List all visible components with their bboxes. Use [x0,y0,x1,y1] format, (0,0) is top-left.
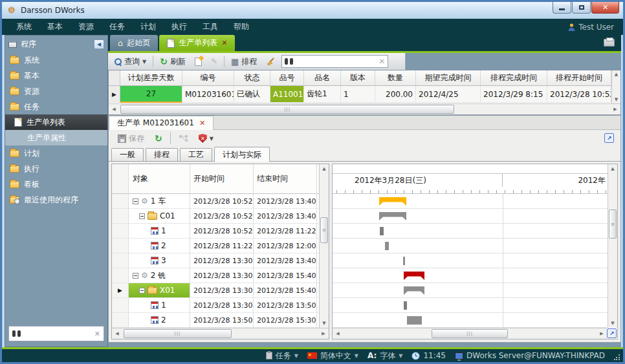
col-end-time[interactable]: 结束时间 [254,164,317,193]
doc-tab-production-order[interactable]: 生产单 M012031601 ✕ [109,116,214,130]
gantt-vertical-scrollbar[interactable]: ▲ ≡ ▼ [608,164,617,328]
grid-horizontal-scrollbar[interactable]: ◀ ||| ▶ [109,103,620,114]
tree-row-resource-x01-selected[interactable]: ▶ X01 2012/3/28 13:30 2012/3/28 15:40 [112,283,319,298]
sidebar-search-input[interactable] [24,330,91,337]
clear-search-icon[interactable]: ✕ [94,330,100,338]
current-user[interactable]: Test User [568,23,614,32]
scroll-right-icon[interactable]: ▶ [597,331,607,336]
gantt-bar-0[interactable] [379,197,406,206]
scroll-left-icon[interactable]: ◀ [333,331,343,336]
sidebar-item-task[interactable]: 任务 [5,99,107,114]
schedule-button[interactable]: ▦ 排程 [228,55,259,69]
edit-button[interactable]: ✎ [208,56,220,67]
tab-production-order-list[interactable]: 生产单列表 ✕ [159,35,235,51]
menu-tools[interactable]: 工具 [203,21,218,32]
menu-help[interactable]: 帮助 [234,21,249,32]
col-item-no[interactable]: 品号 [270,70,304,85]
gantt-bar-2[interactable] [380,227,384,235]
col-object[interactable]: 对象 [129,164,190,193]
query-dropdown-icon[interactable]: ▼ [142,59,146,65]
sidebar-item-production-order-list[interactable]: 生产单列表 [5,114,107,130]
gantt-bar-6[interactable] [404,286,424,295]
gantt-bar-5[interactable] [404,272,424,280]
toolbar-search-input[interactable] [296,58,376,65]
gantt-bar-8[interactable] [407,316,422,325]
scroll-up-icon[interactable]: ▲ [320,164,329,173]
tree-expand-toggle[interactable] [139,288,145,294]
scroll-left-icon[interactable]: ◀ [112,331,122,336]
sidebar-item-plan[interactable]: 计划 [5,145,107,161]
col-sched-start[interactable]: 排程开始时间 [547,70,611,85]
scroll-right-icon[interactable]: ▶ [318,331,329,336]
tree-row-task-x2[interactable]: 2 2012/3/28 13:50 2012/3/28 15:30 [112,313,319,328]
col-sched-finish[interactable]: 排程完成时间 [481,70,547,85]
menu-task[interactable]: 任务 [109,21,125,32]
tab-start-page[interactable]: ⌂ 起始页 [110,35,158,51]
sidebar-item-recent-programs[interactable]: 最近使用的程序 [5,192,107,208]
new-button[interactable] [192,56,204,67]
tree-row-machine-1[interactable]: ⚙1 车 2012/3/28 10:52 2012/3/28 13:40 [112,194,319,209]
menu-execute[interactable]: 执行 [171,21,187,32]
tree-row-machine-2[interactable]: ⚙2 铣 2012/3/28 13:30 2012/3/28 15:40 [112,268,319,283]
gantt-bar-3[interactable] [385,242,389,250]
tree-vertical-scrollbar[interactable]: ▲ ≡ ▼ [319,164,329,328]
grid-data-row[interactable]: ▶ 27 M012031601 已确认 A11001 齿轮1 1 200.00 … [109,86,611,103]
close-doc-icon[interactable]: ✕ [199,119,205,127]
tree-expand-toggle[interactable] [133,198,138,204]
restore-button[interactable] [572,2,591,14]
clean-button[interactable] [263,56,278,67]
tree-expand-toggle[interactable] [133,273,138,279]
menu-basic[interactable]: 基本 [47,21,63,32]
status-language-menu[interactable]: ★ 简体中文 ▼ [307,350,358,361]
col-plan-diff-days[interactable]: 计划差异天数 [120,70,182,85]
sidebar-item-board[interactable]: 看板 [5,177,107,192]
col-item-name[interactable]: 品名 [304,70,341,85]
scroll-left-icon[interactable]: ◀ [109,107,119,112]
close-tab-icon[interactable]: ✕ [221,39,227,47]
tab-general[interactable]: 一般 [111,148,144,161]
status-task-menu[interactable]: 任务 ▼ [266,350,298,361]
col-code[interactable]: 编号 [182,70,234,85]
shield-dropdown-icon[interactable]: ▼ [210,136,214,142]
tab-scheduling[interactable]: 排程 [146,148,178,161]
sidebar-item-basic[interactable]: 基本 [5,68,107,83]
sidebar-collapse-button[interactable]: ◀ [94,39,104,49]
menu-plan[interactable]: 计划 [140,21,156,32]
scroll-down-icon[interactable]: ▼ [608,319,617,328]
routing-button[interactable] [176,133,191,144]
menu-resource[interactable]: 资源 [78,21,94,32]
col-qty[interactable]: 数量 [375,70,416,85]
gantt-bar-1[interactable] [379,212,406,220]
tree-row-resource-c01[interactable]: C01 2012/3/28 10:52 2012/3/28 13:40 [112,209,319,224]
save-button[interactable]: 保存 [115,132,147,145]
minimize-button[interactable] [553,2,571,14]
menu-system[interactable]: 系统 [16,21,32,32]
tab-process[interactable]: 工艺 [180,148,212,161]
sidebar-item-execute[interactable]: 执行 [5,161,107,177]
gantt-bar-4[interactable] [403,257,405,265]
tree-row-task-2[interactable]: 2 2012/3/28 11:22 2012/3/28 12:00 [112,239,319,253]
gantt-bar-7[interactable] [404,301,407,310]
cancel-confirm-button[interactable]: ✕ ▼ [196,133,216,144]
tree-horizontal-scrollbar[interactable]: ◀ ||| ▶ [112,328,329,339]
query-button[interactable]: 查询 ▼ [112,55,149,69]
doc-refresh-button[interactable]: ↻ [152,133,165,144]
tree-row-task-3[interactable]: 3 2012/3/28 13:30 2012/3/28 13:40 [112,253,319,268]
open-in-window-icon[interactable]: ↗ [604,133,614,143]
scroll-right-icon[interactable]: ▶ [610,107,620,112]
col-expect-finish[interactable]: 期望完成时间 [416,70,481,85]
sidebar-item-resource[interactable]: 资源 [5,83,107,99]
clear-search-icon[interactable]: ✕ [378,57,385,66]
col-status[interactable]: 状态 [234,70,270,85]
resize-grip[interactable] [614,354,620,360]
gantt-horizontal-scrollbar[interactable]: ◀ ||| ▶ [333,328,607,339]
grid-vertical-scrollbar[interactable]: ▲▼ [611,70,620,103]
scroll-down-icon[interactable]: ▼ [320,319,329,328]
close-button[interactable]: ✕ [591,2,619,14]
tree-expand-toggle[interactable] [139,213,145,219]
sidebar-item-system[interactable]: 系统 [5,52,107,68]
tree-row-task-x1[interactable]: 1 2012/3/28 13:30 2012/3/28 13:50 [112,298,319,313]
refresh-button[interactable]: ↻ 刷新 [157,55,188,69]
tab-plan-vs-actual[interactable]: 计划与实际 [214,147,270,162]
col-start-time[interactable]: 开始时间 [190,164,254,193]
